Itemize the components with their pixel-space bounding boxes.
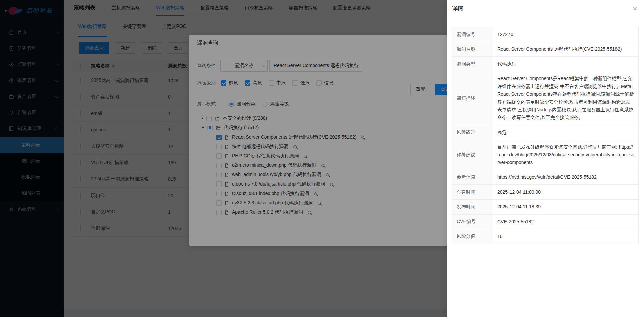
field-remediation: 修补建议 目前厂商已发布升级程序修复该安全问题,详情见厂商官网: https:/… xyxy=(452,140,638,170)
field-published-time: 发布时间 2025-12-04 11:18:39 xyxy=(452,200,638,214)
field-risk-level: 风险级别 高危 xyxy=(452,125,638,140)
field-vuln-id: 漏洞编号 127270 xyxy=(452,27,638,42)
close-icon[interactable]: ✕ xyxy=(633,6,637,12)
field-reference: 参考信息 https://nvd.nist.gov/vuln/detail/CV… xyxy=(452,170,638,185)
app-screen: ✦ 启明星辰 首页 任务管理 监测管理 报表管理 xyxy=(0,0,644,317)
vuln-detail-fields: 漏洞编号 127270 漏洞名称 React Server Components… xyxy=(452,27,639,244)
field-risk-score: 风险分值 10 xyxy=(452,229,638,244)
drawer-title: 详情 xyxy=(452,5,463,12)
details-drawer: 详情 ✕ 漏洞编号 127270 漏洞名称 React Server Compo… xyxy=(447,0,644,317)
drawer-header: 详情 ✕ xyxy=(447,0,644,18)
field-cve-id: CVE编号 CVE-2025-55182 xyxy=(452,215,638,229)
field-description: 简短描述 React Server Components是React框架中的一种… xyxy=(452,71,638,125)
field-created-time: 创建时间 2025-12-04 11:00:00 xyxy=(452,185,638,200)
field-vuln-name: 漏洞名称 React Server Components 远程代码执行(CVE-… xyxy=(452,42,638,57)
field-vuln-type: 漏洞类型 代码执行 xyxy=(452,57,638,71)
